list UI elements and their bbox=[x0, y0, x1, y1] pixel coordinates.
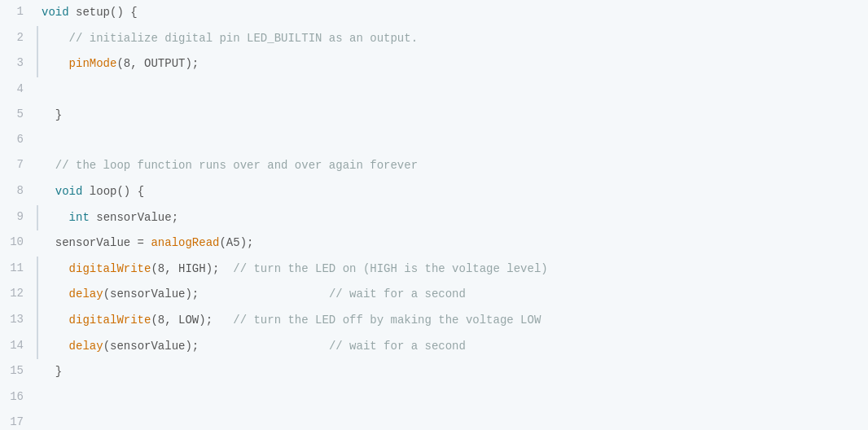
line-number: 15 bbox=[0, 359, 37, 385]
line-content bbox=[37, 128, 868, 153]
line-number: 2 bbox=[0, 26, 37, 52]
line-content: void setup() { bbox=[37, 0, 868, 26]
token-pl: (sensorValue); bbox=[103, 287, 329, 301]
line-number: 1 bbox=[0, 0, 37, 26]
code-line: 13 digitalWrite(8, LOW); // turn the LED… bbox=[0, 308, 868, 334]
code-line: 8 void loop() { bbox=[0, 179, 868, 205]
line-content: digitalWrite(8, LOW); // turn the LED of… bbox=[37, 308, 868, 334]
token-fn: digitalWrite bbox=[42, 262, 151, 275]
code-line: 11 digitalWrite(8, HIGH); // turn the LE… bbox=[0, 257, 868, 283]
line-number: 4 bbox=[0, 77, 37, 103]
token-cm: // turn the LED on (HIGH is the voltage … bbox=[233, 262, 547, 275]
code-editor: 1void setup() {2 // initialize digital p… bbox=[0, 0, 868, 430]
token-kw: void bbox=[42, 6, 69, 19]
line-number: 10 bbox=[0, 230, 37, 257]
line-content: void loop() { bbox=[37, 179, 868, 205]
token-pl: loop() { bbox=[82, 185, 144, 198]
token-pl: (sensorValue); bbox=[103, 340, 329, 353]
token-pl: } bbox=[42, 365, 62, 378]
token-fn: pinMode bbox=[42, 57, 116, 70]
line-content: sensorValue = analogRead(A5); bbox=[37, 230, 868, 257]
line-content: } bbox=[37, 103, 868, 129]
code-line: 12 delay(sensorValue); // wait for a sec… bbox=[0, 282, 868, 308]
line-content: digitalWrite(8, HIGH); // turn the LED o… bbox=[37, 257, 868, 283]
line-number: 8 bbox=[0, 179, 37, 205]
code-line: 16 bbox=[0, 385, 868, 410]
token-fn: delay bbox=[42, 340, 103, 353]
token-pl: (8, LOW); bbox=[151, 314, 233, 327]
token-pl: (A5); bbox=[219, 236, 253, 249]
token-cm: // turn the LED off by making the voltag… bbox=[233, 314, 541, 327]
token-cm: // wait for a second bbox=[329, 287, 466, 301]
token-kw: int bbox=[69, 211, 90, 224]
line-number: 14 bbox=[0, 334, 37, 360]
token-cm: // initialize digital pin LED_BUILTIN as… bbox=[42, 32, 418, 45]
line-number: 17 bbox=[0, 410, 37, 430]
code-line: 15 } bbox=[0, 359, 868, 385]
line-content: delay(sensorValue); // wait for a second bbox=[37, 282, 868, 308]
line-number: 13 bbox=[0, 308, 37, 334]
line-number: 6 bbox=[0, 128, 37, 153]
token-pl: sensorValue; bbox=[90, 211, 178, 224]
code-line: 6 bbox=[0, 128, 868, 153]
code-line: 4 bbox=[0, 77, 868, 103]
line-number: 5 bbox=[0, 103, 37, 129]
line-content: } bbox=[37, 359, 868, 385]
line-content: // the loop function runs over and over … bbox=[37, 153, 868, 179]
code-line: 1void setup() { bbox=[0, 0, 868, 26]
code-line: 9 int sensorValue; bbox=[0, 205, 868, 231]
token-cm: // the loop function runs over and over … bbox=[42, 159, 418, 172]
token-fn: delay bbox=[42, 287, 103, 301]
token-pl: setup() { bbox=[69, 6, 138, 19]
line-content bbox=[37, 385, 868, 410]
line-content: // initialize digital pin LED_BUILTIN as… bbox=[37, 26, 868, 52]
line-number: 9 bbox=[0, 205, 37, 231]
token-fn: digitalWrite bbox=[42, 314, 151, 327]
line-content bbox=[37, 410, 868, 430]
line-number: 11 bbox=[0, 257, 37, 283]
line-content: pinMode(8, OUTPUT); bbox=[37, 51, 868, 77]
line-number: 16 bbox=[0, 385, 37, 410]
code-line: 10 sensorValue = analogRead(A5); bbox=[0, 230, 868, 257]
code-line: 3 pinMode(8, OUTPUT); bbox=[0, 51, 868, 77]
code-line: 14 delay(sensorValue); // wait for a sec… bbox=[0, 334, 868, 360]
token-fn: analogRead bbox=[151, 236, 219, 249]
line-number: 3 bbox=[0, 51, 37, 77]
token-pl: sensorValue = bbox=[42, 236, 151, 249]
token-pl bbox=[42, 211, 69, 224]
token-kw: void bbox=[42, 185, 82, 198]
code-line: 2 // initialize digital pin LED_BUILTIN … bbox=[0, 26, 868, 52]
token-pl: } bbox=[42, 108, 62, 121]
token-pl: (8, HIGH); bbox=[151, 262, 233, 275]
code-line: 17 bbox=[0, 410, 868, 430]
line-content bbox=[37, 77, 868, 103]
line-number: 7 bbox=[0, 153, 37, 179]
code-line: 5 } bbox=[0, 103, 868, 129]
line-content: delay(sensorValue); // wait for a second bbox=[37, 334, 868, 360]
line-content: int sensorValue; bbox=[37, 205, 868, 231]
token-pl: (8, OUTPUT); bbox=[116, 57, 199, 70]
code-line: 7 // the loop function runs over and ove… bbox=[0, 153, 868, 179]
line-number: 12 bbox=[0, 282, 37, 308]
token-cm: // wait for a second bbox=[329, 340, 466, 353]
